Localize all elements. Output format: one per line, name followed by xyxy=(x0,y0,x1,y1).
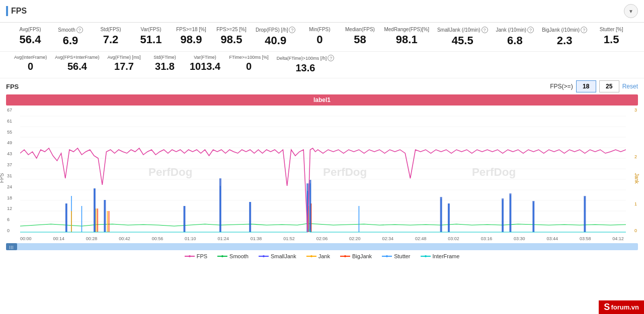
svg-rect-48 xyxy=(448,203,450,232)
stat-label: Drop(FPS) [/h]? xyxy=(256,27,295,33)
stat-label: Smooth? xyxy=(58,27,83,33)
svg-rect-39 xyxy=(65,203,67,232)
legend-line-stutter xyxy=(382,254,392,258)
help-icon[interactable]: ? xyxy=(481,27,488,33)
stat-item: FPS>=25 [%] 98.5 xyxy=(211,26,252,47)
fps-controls: FPS(>=) Reset xyxy=(550,80,638,92)
stat-item-row2: Var(FTime) 1013.4 xyxy=(185,54,225,73)
legend-label-smalljank: SmallJank xyxy=(271,253,296,259)
fps-section-title: FPS xyxy=(6,83,19,90)
stat-item: Jank (/10min)? 6.8 xyxy=(492,26,538,48)
stat-value: 0 xyxy=(28,61,33,72)
stat-value: 6.8 xyxy=(507,34,523,47)
scrollbar-area: ||| xyxy=(6,241,638,251)
fps-gte-label: FPS(>=) xyxy=(550,83,573,90)
stat-item-row2: Avg(FTime) [ms] 17.7 xyxy=(103,54,144,73)
scrollbar-handle-icon: ||| xyxy=(9,245,14,249)
help-icon[interactable]: ? xyxy=(76,27,83,33)
y-axis-right: 3 2 1 0 xyxy=(626,106,638,235)
dropdown-button[interactable]: ▼ xyxy=(624,4,638,18)
smooth-line xyxy=(20,224,626,226)
svg-rect-44 xyxy=(249,202,251,232)
svg-text:PerfDog: PerfDog xyxy=(148,166,192,178)
x-axis: 00:00 00:14 00:28 00:42 00:56 01:10 01:2… xyxy=(6,235,638,241)
fps-line xyxy=(20,148,626,232)
legend-line-smalljank xyxy=(259,254,269,258)
chart-area: label1 67 61 55 49 43 37 31 24 18 12 6 0… xyxy=(6,94,638,251)
stat-value: 6.9 xyxy=(63,34,78,47)
svg-rect-40 xyxy=(94,188,96,232)
help-icon[interactable]: ? xyxy=(289,27,295,33)
legend-item-bigjank: BigJank xyxy=(340,253,372,259)
stat-label: Jank (/10min)? xyxy=(496,27,534,33)
svg-rect-41 xyxy=(104,200,106,232)
stat-item: Std(FPS) 7.2 xyxy=(91,26,131,47)
stat-value: 1013.4 xyxy=(190,61,220,72)
help-icon[interactable]: ? xyxy=(581,27,587,33)
stat-label: Std(FTime) xyxy=(153,55,176,60)
stat-item: Drop(FPS) [/h]? 40.9 xyxy=(252,26,299,48)
jank-axis-label: Jank xyxy=(634,173,639,184)
legend-label-interframe: InterFrame xyxy=(433,253,460,259)
chart-label-bar: label1 xyxy=(6,94,638,106)
svg-point-56 xyxy=(221,255,223,257)
help-icon[interactable]: ? xyxy=(328,55,334,61)
legend-line-smooth xyxy=(217,254,227,258)
legend-line-jank xyxy=(306,254,316,258)
stat-value: 0 xyxy=(246,61,252,72)
stat-label: SmallJank (/10min)? xyxy=(437,27,488,33)
svg-point-64 xyxy=(386,255,388,257)
stat-value: 7.2 xyxy=(103,33,119,46)
legend-line-fps xyxy=(185,254,195,258)
stat-value: 51.1 xyxy=(140,33,162,46)
svg-point-54 xyxy=(189,255,191,257)
stats-row-2: Avg(InterFrame) 0 Avg(FPS+InterFrame) 56… xyxy=(0,52,644,78)
scrollbar-track[interactable]: ||| xyxy=(6,243,638,250)
legend-item-stutter: Stutter xyxy=(382,253,410,259)
stat-item: BigJank (/10min)? 2.3 xyxy=(538,26,591,48)
stat-value: 40.9 xyxy=(265,34,286,47)
page-title: FPS xyxy=(6,6,27,16)
reset-button[interactable]: Reset xyxy=(622,83,638,90)
svg-point-62 xyxy=(344,255,346,257)
interframe-line xyxy=(20,230,626,232)
svg-point-66 xyxy=(425,255,427,257)
legend-label-smooth: Smooth xyxy=(229,253,249,259)
svg-rect-50 xyxy=(509,193,511,232)
stat-label: Delta(FTime)>100ms [/h]? xyxy=(277,55,334,61)
svg-rect-43 xyxy=(219,178,221,232)
legend-label-stutter: Stutter xyxy=(394,253,410,259)
stat-label: Avg(FPS+InterFrame) xyxy=(55,55,99,60)
svg-rect-52 xyxy=(584,196,586,232)
legend-item-interframe: InterFrame xyxy=(421,253,460,259)
stat-item: Median(FPS) 58 xyxy=(340,26,380,47)
stat-value: 1.5 xyxy=(604,33,619,46)
svg-rect-47 xyxy=(440,197,442,232)
legend-line-interframe xyxy=(421,254,431,258)
stat-value: 2.3 xyxy=(557,34,573,47)
stat-value: 31.8 xyxy=(155,61,175,72)
chart-container: 67 61 55 49 43 37 31 24 18 12 6 0 3 2 1 … xyxy=(6,106,638,235)
stat-item-row2: Std(FTime) 31.8 xyxy=(145,54,185,73)
stat-value: 0 xyxy=(316,33,323,46)
stat-value: 56.4 xyxy=(20,33,41,46)
stat-item: Var(FPS) 51.1 xyxy=(131,26,171,47)
stat-label: Std(FPS) xyxy=(100,27,121,32)
stat-label: FTime>=100ms [%] xyxy=(229,55,269,60)
stat-label: FPS>=25 [%] xyxy=(216,27,246,32)
scrollbar-thumb[interactable]: ||| xyxy=(6,243,17,250)
svg-point-60 xyxy=(310,255,312,257)
stat-label: BigJank (/10min)? xyxy=(542,27,587,33)
stat-label: MedRange(FPS)[%] xyxy=(384,27,429,32)
help-icon[interactable]: ? xyxy=(527,27,534,33)
stat-item: SmallJank (/10min)? 45.5 xyxy=(433,26,492,48)
fps-18-input[interactable] xyxy=(576,80,596,92)
stat-value: 13.6 xyxy=(295,62,315,74)
stat-label: Stutter [%] xyxy=(600,27,623,32)
stat-label: Avg(FPS) xyxy=(19,27,41,32)
stat-item: Avg(FPS) 56.4 xyxy=(10,26,50,47)
stat-label: Median(FPS) xyxy=(345,27,375,32)
svg-point-58 xyxy=(263,255,265,257)
svg-rect-49 xyxy=(502,198,504,232)
fps-25-input[interactable] xyxy=(599,80,619,92)
